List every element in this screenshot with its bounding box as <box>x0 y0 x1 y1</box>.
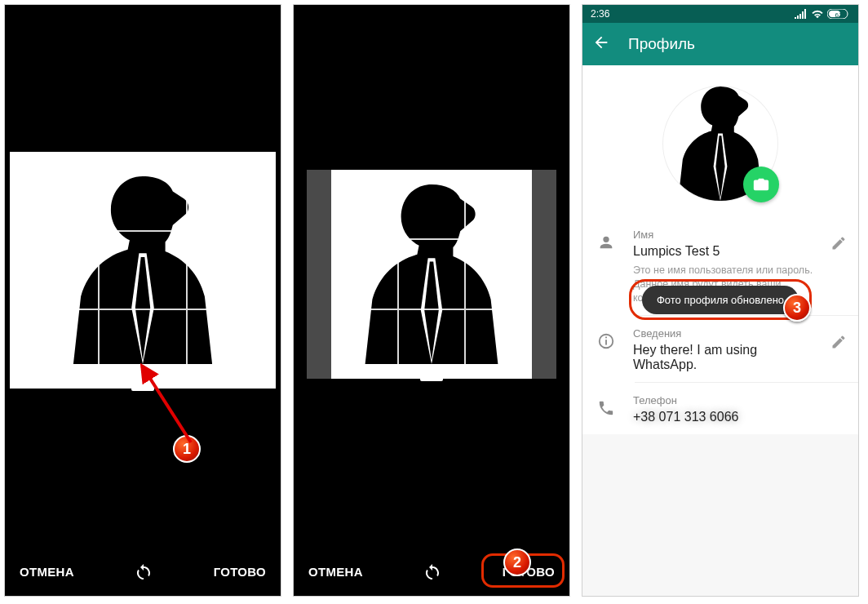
phone-value: +38 071 313 6066 <box>633 410 847 424</box>
rotate-button[interactable] <box>421 560 444 583</box>
crop-canvas[interactable] <box>5 144 281 397</box>
crop-editor-initial: ОТМЕНА ГОТОВО <box>4 4 281 597</box>
step-badge-2: 2 <box>503 548 531 576</box>
crop-grid <box>331 170 532 379</box>
rotate-button[interactable] <box>132 560 155 583</box>
crop-image[interactable] <box>10 152 276 389</box>
edit-name-button[interactable] <box>830 229 847 255</box>
svg-rect-4 <box>605 340 607 344</box>
battery-icon: 61 <box>827 9 850 19</box>
rotate-icon <box>423 562 442 581</box>
app-bar: Профиль <box>582 23 858 65</box>
arrow-back-icon <box>592 33 610 51</box>
svg-rect-5 <box>605 336 607 338</box>
back-button[interactable] <box>592 33 610 56</box>
pencil-icon <box>830 334 847 350</box>
cancel-button[interactable]: ОТМЕНА <box>20 565 74 579</box>
signal-icon <box>795 9 808 19</box>
crop-mask <box>307 170 331 379</box>
crop-grid <box>10 152 276 389</box>
crop-editor-zoomed: ОТМЕНА ГОТОВО <box>293 4 570 597</box>
change-photo-button[interactable] <box>743 167 779 202</box>
row-about[interactable]: Сведения Hey there! I am using WhatsApp. <box>582 316 858 382</box>
android-status-bar: 2:36 61 <box>582 5 858 23</box>
avatar-section <box>582 65 858 217</box>
phone-label: Телефон <box>633 394 847 406</box>
crop-canvas[interactable] <box>294 156 569 393</box>
svg-text:61: 61 <box>835 11 843 19</box>
rotate-icon <box>134 562 153 581</box>
crop-handle-bottom[interactable] <box>420 377 443 381</box>
edit-about-button[interactable] <box>830 327 847 353</box>
about-value: Hey there! I am using WhatsApp. <box>633 343 814 372</box>
name-value: Lumpics Test 5 <box>633 244 814 259</box>
pencil-icon <box>830 235 847 251</box>
profile-screen: 2:36 61 Профиль <box>582 4 859 597</box>
app-bar-title: Профиль <box>628 35 695 53</box>
crop-image[interactable] <box>307 170 556 379</box>
cancel-button[interactable]: ОТМЕНА <box>308 565 363 579</box>
status-time: 2:36 <box>591 8 609 20</box>
profile-list: Имя Lumpics Test 5 Это не имя пользовате… <box>582 217 858 434</box>
row-phone[interactable]: Телефон +38 071 313 6066 <box>582 383 858 434</box>
crop-mask <box>532 170 556 379</box>
step-badge-3: 3 <box>783 294 811 322</box>
camera-icon <box>752 175 770 193</box>
info-icon <box>597 332 615 350</box>
person-icon <box>597 233 615 251</box>
done-button[interactable]: ГОТОВО <box>214 565 266 579</box>
about-label: Сведения <box>633 327 814 340</box>
svg-line-6 <box>142 366 191 442</box>
wifi-icon <box>811 9 824 19</box>
annotation-arrow <box>134 361 207 451</box>
name-label: Имя <box>633 229 814 241</box>
crop-toolbar: ОТМЕНА ГОТОВО <box>5 547 281 596</box>
phone-icon <box>597 399 615 417</box>
